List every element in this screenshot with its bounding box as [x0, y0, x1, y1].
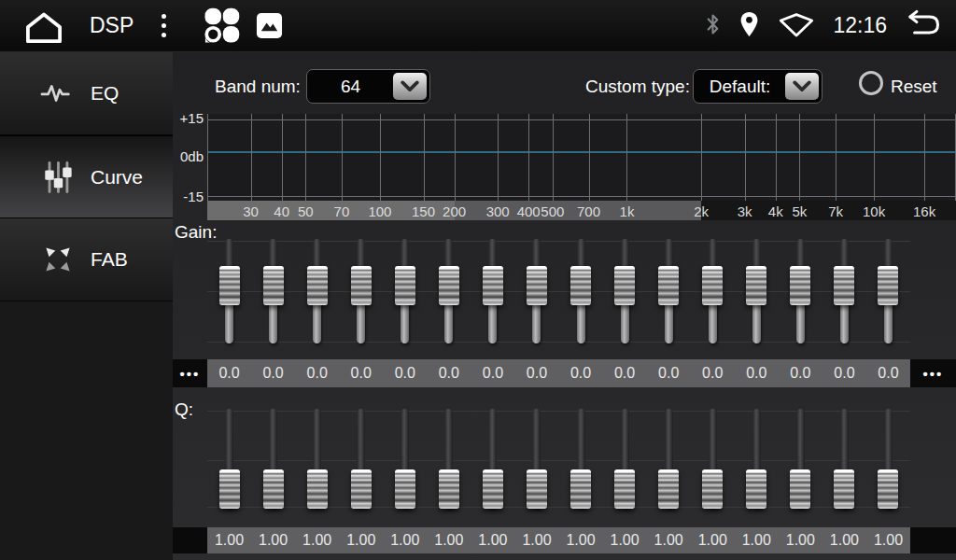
gain-slider-5[interactable] — [393, 239, 417, 343]
gain-slider-thumb[interactable] — [614, 266, 635, 305]
gain-slider-2[interactable] — [261, 239, 286, 343]
q-slider-thumb[interactable] — [834, 469, 854, 509]
gain-slider-11[interactable] — [656, 239, 681, 343]
q-scroll-left-button[interactable] — [173, 527, 207, 553]
q-slider-thumb[interactable] — [219, 469, 240, 509]
q-slider-thumb[interactable] — [658, 469, 679, 509]
q-slider-3[interactable] — [305, 409, 330, 509]
q-slider-4[interactable] — [349, 409, 373, 509]
gain-slider-thumb[interactable] — [746, 266, 766, 305]
apps-icon[interactable] — [202, 7, 241, 46]
q-value-1: 1.00 — [215, 532, 244, 549]
gain-slider-14[interactable] — [788, 239, 812, 343]
q-slider-12[interactable] — [700, 409, 724, 509]
gain-scroll-right-button[interactable]: ••• — [910, 359, 956, 387]
y-axis-label-0db: 0db — [173, 148, 204, 164]
freq-tick-label: 1k — [620, 203, 635, 218]
gain-slider-thumb[interactable] — [702, 266, 723, 305]
q-slider-10[interactable] — [612, 409, 637, 509]
q-value-13: 1.00 — [742, 532, 771, 549]
sidebar-item-curve[interactable]: Curve — [0, 135, 173, 218]
q-slider-thumb[interactable] — [439, 469, 459, 509]
bluetooth-icon — [704, 10, 722, 42]
gain-slider-16[interactable] — [876, 239, 900, 343]
gain-slider-thumb[interactable] — [834, 266, 854, 305]
q-slider-15[interactable] — [832, 409, 856, 509]
chevron-down-icon[interactable] — [393, 73, 427, 100]
sidebar-item-fab[interactable]: FAB — [0, 218, 173, 301]
gain-slider-6[interactable] — [437, 239, 461, 343]
custom-type-value: Default: — [694, 77, 786, 97]
gain-slider-12[interactable] — [700, 239, 724, 343]
q-slider-16[interactable] — [876, 409, 900, 509]
custom-type-dropdown[interactable]: Default: — [693, 69, 822, 104]
gain-slider-thumb[interactable] — [790, 266, 810, 305]
gain-slider-thumb[interactable] — [439, 266, 459, 305]
gain-slider-thumb[interactable] — [351, 266, 372, 305]
q-slider-8[interactable] — [525, 409, 549, 509]
q-slider-9[interactable] — [569, 409, 593, 509]
gain-slider-thumb[interactable] — [263, 266, 284, 305]
gain-slider-3[interactable] — [305, 239, 330, 343]
custom-type-label: Custom type: — [585, 77, 690, 97]
q-slider-thumb[interactable] — [614, 469, 635, 509]
q-slider-1[interactable] — [218, 409, 242, 509]
reset-radio[interactable] — [859, 71, 883, 95]
curve-panel: Band num: 64 Custom type: Default: Reset… — [173, 52, 956, 560]
q-slider-6[interactable] — [437, 409, 461, 509]
q-value-12: 1.00 — [698, 532, 727, 549]
gain-slider-8[interactable] — [525, 239, 549, 343]
gain-slider-1[interactable] — [218, 239, 242, 343]
status-icons: 12:16 — [704, 9, 956, 43]
gain-value-11: 0.0 — [658, 365, 679, 382]
gain-slider-4[interactable] — [349, 239, 373, 343]
chevron-down-icon[interactable] — [785, 73, 819, 100]
q-slider-thumb[interactable] — [790, 469, 810, 509]
sidebar-item-eq[interactable]: EQ — [0, 52, 173, 135]
gain-slider-thumb[interactable] — [219, 266, 240, 305]
q-slider-thumb[interactable] — [307, 469, 328, 509]
overflow-menu-icon[interactable] — [156, 8, 172, 43]
freq-tick-label: 300 — [486, 203, 510, 218]
q-slider-11[interactable] — [656, 409, 681, 509]
q-slider-2[interactable] — [261, 409, 286, 509]
gallery-icon[interactable] — [256, 12, 283, 39]
q-slider-thumb[interactable] — [570, 469, 591, 509]
gain-slider-10[interactable] — [612, 239, 637, 343]
q-slider-thumb[interactable] — [263, 469, 284, 509]
gain-slider-thumb[interactable] — [483, 266, 503, 305]
q-slider-13[interactable] — [744, 409, 768, 509]
gain-scroll-left-button[interactable]: ••• — [173, 359, 207, 387]
eq-plot — [207, 114, 956, 201]
gain-slider-thumb[interactable] — [570, 266, 591, 305]
q-scroll-right-button[interactable] — [910, 527, 956, 553]
q-slider-thumb[interactable] — [746, 469, 766, 509]
freq-gridline — [874, 114, 875, 201]
q-slider-thumb[interactable] — [395, 469, 415, 509]
band-num-dropdown[interactable]: 64 — [306, 69, 430, 104]
gain-slider-thumb[interactable] — [878, 266, 898, 305]
gain-value-15: 0.0 — [834, 365, 854, 382]
q-slider-5[interactable] — [393, 409, 417, 509]
gain-slider-thumb[interactable] — [527, 266, 547, 305]
freq-gridline — [498, 114, 499, 201]
q-slider-7[interactable] — [481, 409, 505, 509]
q-slider-thumb[interactable] — [483, 469, 503, 509]
home-icon[interactable] — [22, 9, 65, 43]
gain-slider-thumb[interactable] — [307, 266, 328, 305]
q-slider-14[interactable] — [788, 409, 812, 509]
q-slider-thumb[interactable] — [702, 469, 723, 509]
q-slider-thumb[interactable] — [351, 469, 372, 509]
gain-slider-thumb[interactable] — [658, 266, 679, 305]
q-slider-thumb[interactable] — [527, 469, 547, 509]
back-icon[interactable] — [904, 9, 943, 43]
q-section-label: Q: — [175, 399, 193, 420]
gain-value-6: 0.0 — [439, 365, 459, 382]
gain-slider-13[interactable] — [744, 239, 768, 343]
q-value-3: 1.00 — [302, 532, 331, 549]
q-slider-thumb[interactable] — [878, 469, 898, 509]
gain-slider-9[interactable] — [569, 239, 593, 343]
gain-slider-thumb[interactable] — [395, 266, 415, 305]
gain-slider-15[interactable] — [832, 239, 856, 343]
gain-slider-7[interactable] — [481, 239, 505, 343]
